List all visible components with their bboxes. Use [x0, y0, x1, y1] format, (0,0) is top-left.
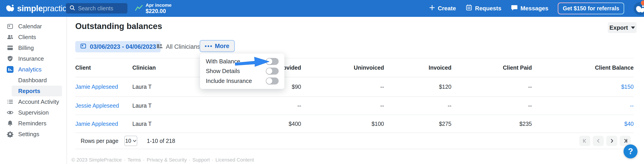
- show-details-toggle[interactable]: [266, 68, 279, 74]
- messages-button[interactable]: Messages: [511, 4, 548, 13]
- include-insurance-toggle[interactable]: [266, 78, 279, 84]
- top-nav: Create Requests Messages: [429, 0, 644, 17]
- with-balance-toggle[interactable]: [266, 58, 279, 65]
- search-input[interactable]: [78, 5, 121, 12]
- sidebar-item-insurance[interactable]: Insurance: [0, 53, 66, 64]
- brand-name: simplepractice: [17, 4, 71, 13]
- sidebar-item-account-activity[interactable]: Account Activity: [0, 96, 66, 107]
- sidebar-item-billing[interactable]: Billing: [0, 42, 66, 53]
- table-header-row: Client Clinician Services Provided Uninv…: [75, 58, 634, 77]
- income-widget[interactable]: Apr income $220.00: [135, 0, 172, 17]
- client-balance-link[interactable]: $150: [532, 84, 634, 90]
- account-avatar[interactable]: [634, 2, 644, 15]
- client-link[interactable]: Jamie Appleseed: [75, 121, 132, 127]
- client-link[interactable]: Jamie Appleseed: [75, 84, 132, 90]
- with-balance-label: With Balance: [206, 58, 240, 65]
- invoiced-cell: --: [384, 102, 452, 109]
- page-title: Outstanding balances: [75, 22, 162, 31]
- first-page-icon: [582, 138, 587, 143]
- pagination-buttons: [579, 136, 631, 146]
- clinician-cell: Laura T: [132, 121, 200, 127]
- client-paid-cell: --: [452, 84, 532, 90]
- footer-separator: ·: [189, 157, 190, 163]
- requests-label: Requests: [475, 5, 501, 12]
- sidebar-item-analytics[interactable]: Analytics: [0, 64, 66, 75]
- client-search[interactable]: [66, 3, 128, 14]
- invoiced-cell: $275: [384, 121, 452, 127]
- client-link[interactable]: Jessie Appleseed: [75, 102, 132, 109]
- sidebar-item-settings[interactable]: Settings: [0, 129, 66, 140]
- col-client-paid: Client Paid: [452, 64, 532, 71]
- sidebar-label: Billing: [18, 44, 34, 52]
- chevron-down-icon: [631, 26, 635, 29]
- eye-icon: [7, 109, 14, 116]
- copyright-text: © 2023 SimplePractice: [72, 157, 122, 163]
- support-link[interactable]: Support: [192, 157, 210, 163]
- clinician-cell: Laura T: [132, 84, 200, 90]
- footer: © 2023 SimplePractice · Terms · Privacy …: [72, 157, 254, 163]
- shield-check-icon: [7, 55, 14, 62]
- client-balance-link[interactable]: --: [532, 102, 634, 109]
- referral-button[interactable]: Get $150 for referrals: [558, 2, 624, 14]
- top-bar: simplepractice Apr income $220.00: [0, 0, 644, 17]
- clipboard-icon: [465, 4, 472, 13]
- licensed-content-link[interactable]: Licensed Content: [216, 157, 254, 163]
- outstanding-balances-table: Client Clinician Services Provided Uninv…: [75, 58, 634, 133]
- search-icon: [69, 4, 76, 12]
- sidebar-item-supervision[interactable]: Supervision: [0, 107, 66, 118]
- footer-separator: ·: [212, 157, 214, 163]
- sidebar-label: Reports: [18, 88, 40, 94]
- referral-label: Get $150 for referrals: [558, 3, 624, 14]
- sidebar-item-dashboard[interactable]: Dashboard: [0, 75, 66, 86]
- sidebar-item-reports[interactable]: Reports: [12, 86, 62, 96]
- client-balance-link[interactable]: $40: [532, 121, 634, 127]
- bell-icon: [7, 120, 14, 127]
- sidebar-item-calendar[interactable]: Calendar: [0, 21, 66, 32]
- clinician-filter[interactable]: All Clinicians: [156, 41, 200, 52]
- privacy-security-link[interactable]: Privacy & Security: [147, 157, 187, 163]
- date-range-filter[interactable]: 03/06/2023 - 04/06/2023: [75, 41, 161, 52]
- sidebar-item-reminders[interactable]: Reminders: [0, 118, 66, 129]
- previous-page-button[interactable]: [593, 136, 604, 146]
- chevron-left-icon: [596, 138, 601, 143]
- table-row: Jessie Appleseed Laura T -- -- -- -- --: [75, 97, 634, 115]
- first-page-button[interactable]: [579, 136, 590, 146]
- chevron-right-icon: [610, 138, 614, 143]
- export-label: Export: [610, 24, 628, 31]
- chat-bubble-icon: [511, 4, 518, 13]
- provided-cell: $400: [200, 121, 301, 127]
- more-filters-button[interactable]: More: [200, 40, 235, 52]
- export-button[interactable]: Export: [608, 22, 636, 33]
- menu-item-with-balance: With Balance: [206, 58, 279, 65]
- pagination-bar: Rows per page 10 1-10 of 218: [75, 133, 634, 149]
- create-button[interactable]: Create: [429, 4, 456, 12]
- brand-logo[interactable]: simplepractice: [5, 0, 71, 17]
- table-row: Jamie Appleseed Laura T $400 $100 $275 $…: [75, 115, 634, 133]
- sidebar-label: Account Activity: [18, 98, 59, 105]
- client-paid-cell: $235: [452, 121, 532, 127]
- uninvoiced-cell: $100: [301, 121, 384, 127]
- help-label: ?: [628, 147, 633, 156]
- menu-item-include-insurance: Include Insurance: [206, 78, 279, 84]
- ellipsis-icon: [205, 46, 212, 47]
- requests-button[interactable]: Requests: [465, 4, 501, 13]
- chevron-down-icon: [133, 140, 136, 142]
- more-filters-dropdown: With Balance Show Details Include Insura…: [200, 54, 284, 89]
- sidebar-item-clients[interactable]: Clients: [0, 32, 66, 42]
- create-label: Create: [438, 5, 456, 12]
- sidebar: Calendar Clients Billing: [0, 17, 67, 164]
- app-root: simplepractice Apr income $220.00: [0, 0, 644, 164]
- menu-item-show-details: Show Details: [206, 68, 279, 74]
- help-button[interactable]: ?: [624, 144, 638, 158]
- next-page-button[interactable]: [606, 136, 617, 146]
- rows-per-page-label: Rows per page: [81, 138, 118, 144]
- terms-link[interactable]: Terms: [128, 157, 141, 163]
- sidebar-label: Insurance: [18, 55, 44, 62]
- col-clinician: Clinician: [132, 64, 200, 71]
- sidebar-label: Clients: [18, 34, 36, 41]
- messages-label: Messages: [520, 5, 548, 12]
- toggle-knob: [266, 68, 272, 74]
- rows-per-page-value: 10: [125, 138, 131, 144]
- clinician-icon: [156, 42, 163, 51]
- rows-per-page-select[interactable]: 10: [124, 136, 137, 146]
